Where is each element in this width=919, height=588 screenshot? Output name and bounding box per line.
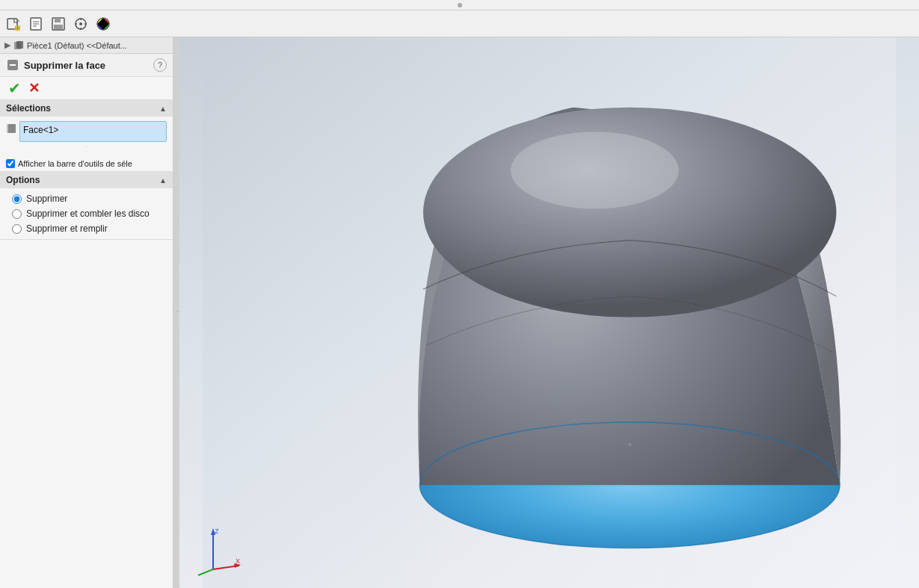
selection-item: Face<1> — [23, 125, 58, 135]
options-title: Options — [6, 175, 40, 185]
options-header[interactable]: Options ▲ — [0, 172, 173, 188]
selections-chevron: ▲ — [159, 105, 167, 113]
part-icon — [13, 40, 24, 51]
radio-combler[interactable] — [12, 209, 22, 219]
panel-header: Supprimer la face ? — [0, 54, 173, 77]
selections-content: Face<1> · — [0, 117, 173, 156]
svg-text:Z: Z — [215, 527, 219, 535]
3d-object-svg — [179, 37, 919, 588]
breadcrumb-text: Pièce1 (Défaut) <<Défaut... — [27, 41, 127, 50]
selection-list[interactable]: Face<1> — [19, 121, 167, 142]
radio-supprimer[interactable] — [12, 194, 22, 204]
radio-label-0: Supprimer — [26, 194, 67, 204]
radio-row-2: Supprimer et remplir — [3, 221, 170, 236]
svg-point-30 — [511, 131, 679, 208]
new-part-btn[interactable] — [3, 13, 24, 34]
svg-rect-26 — [8, 124, 16, 133]
panel-title: Supprimer la face — [24, 60, 105, 71]
radio-row-0: Supprimer — [3, 191, 170, 206]
svg-rect-10 — [55, 18, 61, 22]
save-btn[interactable] — [48, 13, 69, 34]
top-dot-bar — [0, 0, 919, 10]
color-btn[interactable] — [93, 13, 114, 34]
radio-row-1: Supprimer et combler les disco — [3, 206, 170, 221]
scroll-indicator: · — [6, 142, 167, 152]
svg-line-40 — [198, 569, 213, 575]
cancel-button[interactable]: ✕ — [25, 80, 42, 96]
panel-title-row: Supprimer la face — [6, 58, 105, 72]
svg-point-17 — [79, 22, 82, 25]
action-row: ✔ ✕ — [0, 77, 173, 100]
svg-text:X: X — [236, 557, 240, 565]
selections-header[interactable]: Sélections ▲ — [0, 100, 173, 117]
svg-rect-22 — [16, 41, 23, 49]
left-panel: ▶ Pièce1 (Défaut) <<Défaut... Supprimer … — [0, 37, 173, 588]
show-toolbar-checkbox[interactable] — [6, 159, 15, 168]
delete-face-icon — [6, 58, 19, 72]
options-content: Supprimer Supprimer et combler les disco… — [0, 188, 173, 239]
face-selection-icon — [6, 123, 16, 134]
confirm-button[interactable]: ✔ — [6, 80, 22, 96]
options-chevron: ▲ — [159, 176, 167, 185]
radio-label-1: Supprimer et combler les disco — [26, 208, 150, 219]
top-dot — [458, 3, 462, 7]
viewport[interactable]: Z X — [179, 37, 919, 588]
svg-rect-11 — [54, 25, 63, 29]
checkbox-label: Afficher la barre d'outils de séle — [18, 159, 132, 168]
main-area: ▶ Pièce1 (Défaut) <<Défaut... Supprimer … — [0, 37, 919, 588]
breadcrumb-arrow: ▶ — [4, 40, 10, 50]
selections-title: Sélections — [6, 103, 51, 114]
help-button[interactable]: ? — [153, 58, 167, 72]
coordinate-axes: Z X — [191, 524, 243, 577]
radio-label-2: Supprimer et remplir — [26, 223, 108, 234]
radio-remplir[interactable] — [12, 224, 22, 234]
crosshair-btn[interactable] — [70, 13, 91, 34]
options-section: Options ▲ Supprimer Supprimer et combler… — [0, 172, 173, 240]
selections-section: Sélections ▲ Face<1> · — [0, 100, 173, 172]
checkbox-row: Afficher la barre d'outils de séle — [0, 156, 173, 171]
main-toolbar — [0, 10, 919, 37]
resize-handle[interactable]: ⋮ — [173, 37, 179, 588]
doc-btn[interactable] — [25, 13, 46, 34]
breadcrumb: ▶ Pièce1 (Défaut) <<Défaut... — [0, 37, 173, 54]
